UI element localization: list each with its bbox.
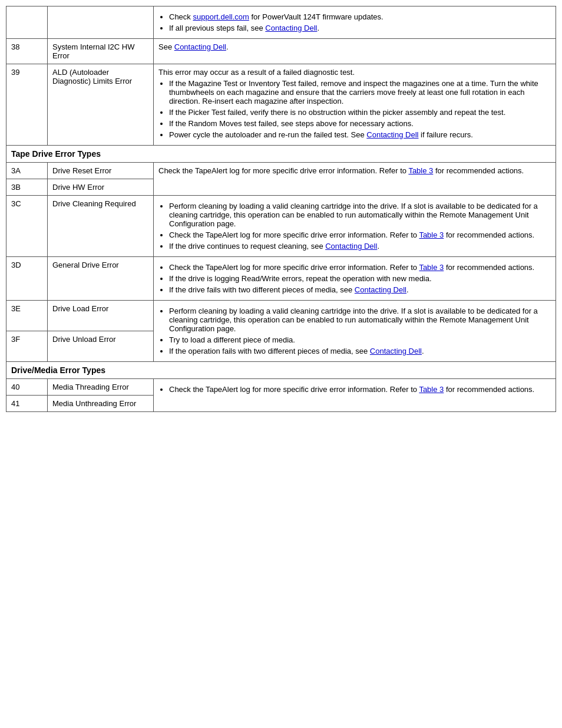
- cell-action-3a-3b: Check the TapeAlert log for more specifi…: [154, 163, 556, 196]
- list-item: Perform cleaning by loading a valid clea…: [169, 202, 551, 228]
- row-3c: 3C Drive Cleaning Required Perform clean…: [6, 196, 556, 257]
- contacting-dell-link[interactable]: Contacting Dell: [265, 24, 317, 32]
- table3-link-3c[interactable]: Table 3: [419, 230, 444, 239]
- list-item: If the operation fails with two differen…: [169, 347, 551, 355]
- list-item: If the drive continues to request cleani…: [169, 242, 551, 251]
- cell-code-40: 40: [6, 379, 48, 396]
- list-item: If the drive is logging Read/Write error…: [169, 274, 551, 283]
- list-item: If the Magazine Test or Inventory Test f…: [169, 79, 551, 106]
- contacting-dell-link-3d[interactable]: Contacting Dell: [355, 285, 406, 294]
- cell-code-3d: 3D: [6, 257, 48, 301]
- cell-code-3a: 3A: [6, 163, 48, 179]
- cell-name-3f: Drive Unload Error: [48, 331, 154, 362]
- cell-code-empty: [6, 6, 48, 39]
- continuation-row: Check support.dell.com for PowerVault 12…: [6, 6, 556, 39]
- section-header-drive-media: Drive/Media Error Types: [6, 362, 556, 379]
- table3-link-4041[interactable]: Table 3: [419, 385, 444, 394]
- cell-code-38: 38: [6, 39, 48, 64]
- list-item: Check support.dell.com for PowerVault 12…: [169, 12, 551, 21]
- contacting-dell-link-39[interactable]: Contacting Dell: [366, 130, 418, 139]
- cell-code-3b: 3B: [6, 179, 48, 196]
- cell-name-3a: Drive Reset Error: [48, 163, 154, 179]
- cell-code-3e: 3E: [6, 301, 48, 331]
- cell-code-41: 41: [6, 396, 48, 412]
- section-header-tape-drive: Tape Drive Error Types: [6, 146, 556, 163]
- cell-action-39: This error may occur as a result of a fa…: [154, 64, 556, 146]
- cell-code-39: 39: [6, 64, 48, 146]
- cell-name-3b: Drive HW Error: [48, 179, 154, 196]
- table3-link-3ab[interactable]: Table 3: [408, 166, 433, 175]
- list-item: Try to load a different piece of media.: [169, 335, 551, 344]
- contacting-dell-link-3c[interactable]: Contacting Dell: [325, 242, 377, 251]
- list-item: If the drive fails with two different pi…: [169, 285, 551, 294]
- row-3a: 3A Drive Reset Error Check the TapeAlert…: [6, 163, 556, 179]
- cell-name-41: Media Unthreading Error: [48, 396, 154, 412]
- contacting-dell-link-3ef[interactable]: Contacting Dell: [370, 347, 422, 355]
- list-item: Perform cleaning by loading a valid clea…: [169, 307, 551, 333]
- list-item: Check the TapeAlert log for more specifi…: [169, 263, 551, 272]
- cell-action-38: See Contacting Dell.: [154, 39, 556, 64]
- cell-name-3c: Drive Cleaning Required: [48, 196, 154, 257]
- action-para: This error may occur as a result of a fa…: [158, 68, 551, 77]
- cell-name-3e: Drive Load Error: [48, 301, 154, 331]
- list-item: Check the TapeAlert log for more specifi…: [169, 385, 551, 394]
- contacting-dell-link-38[interactable]: Contacting Dell: [174, 42, 226, 51]
- cell-action-continuation: Check support.dell.com for PowerVault 12…: [154, 6, 556, 39]
- cell-name-40: Media Threading Error: [48, 379, 154, 396]
- cell-action-3c: Perform cleaning by loading a valid clea…: [154, 196, 556, 257]
- cell-action-40-41: Check the TapeAlert log for more specifi…: [154, 379, 556, 412]
- cell-code-3f: 3F: [6, 331, 48, 362]
- list-item: Check the TapeAlert log for more specifi…: [169, 230, 551, 239]
- cell-name-3d: General Drive Error: [48, 257, 154, 301]
- list-item: Power cycle the autoloader and re-run th…: [169, 130, 551, 139]
- row-3e: 3E Drive Load Error Perform cleaning by …: [6, 301, 556, 331]
- cell-name-38: System Internal I2C HW Error: [48, 39, 154, 64]
- list-item: If the Picker Test failed, verify there …: [169, 108, 551, 117]
- section-label-drive-media: Drive/Media Error Types: [6, 362, 556, 379]
- row-38: 38 System Internal I2C HW Error See Cont…: [6, 39, 556, 64]
- row-3d: 3D General Drive Error Check the TapeAle…: [6, 257, 556, 301]
- section-label-tape-drive: Tape Drive Error Types: [6, 146, 556, 163]
- list-item: If the Random Moves test failed, see ste…: [169, 119, 551, 128]
- table3-link-3d[interactable]: Table 3: [419, 263, 444, 272]
- cell-name-39: ALD (Autoloader Diagnostic) Limits Error: [48, 64, 154, 146]
- row-40: 40 Media Threading Error Check the TapeA…: [6, 379, 556, 396]
- support-dell-link[interactable]: support.dell.com: [193, 12, 249, 21]
- cell-name-empty: [48, 6, 154, 39]
- cell-action-3e-3f: Perform cleaning by loading a valid clea…: [154, 301, 556, 362]
- list-item: If all previous steps fail, see Contacti…: [169, 24, 551, 32]
- row-39: 39 ALD (Autoloader Diagnostic) Limits Er…: [6, 64, 556, 146]
- cell-action-3d: Check the TapeAlert log for more specifi…: [154, 257, 556, 301]
- cell-code-3c: 3C: [6, 196, 48, 257]
